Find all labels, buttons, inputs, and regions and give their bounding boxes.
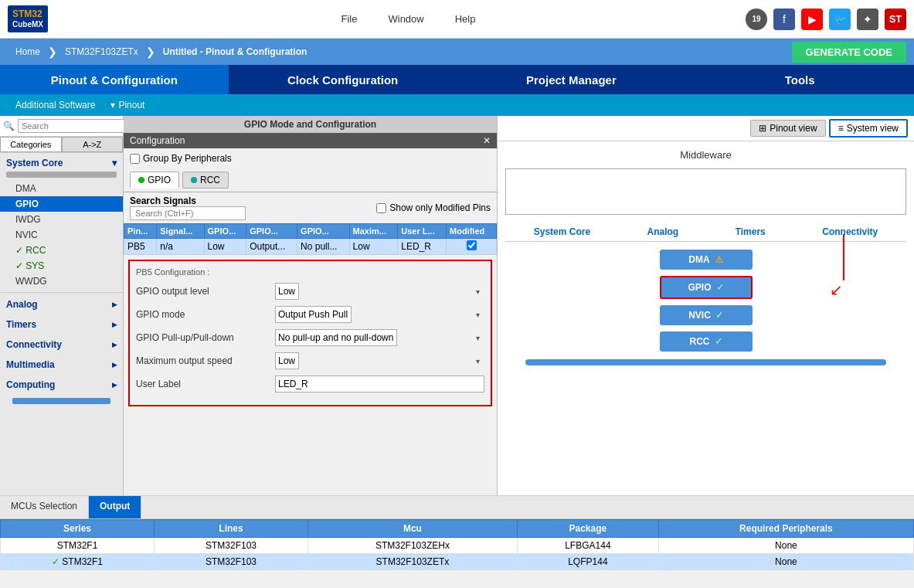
pullup-select[interactable]: No pull-up and no pull-down (275, 329, 397, 346)
divider1 (0, 292, 123, 293)
tab-output[interactable]: Output (89, 496, 141, 518)
col-gpio3[interactable]: GPIO... (297, 224, 349, 239)
tab-mcus-selection[interactable]: MCUs Selection (0, 496, 89, 518)
cell-peripherals-2: None (658, 554, 913, 570)
arrow-tip-icon: ↙ (830, 280, 843, 299)
cell-mcu-2: STM32F103ZETx (307, 554, 517, 570)
sidebar-item-rcc[interactable]: ✓ RCC (0, 243, 123, 258)
menu-help[interactable]: Help (455, 13, 476, 25)
col-gpio2[interactable]: GPIO... (246, 224, 297, 239)
bottom-table-area: Series Lines Mcu Package Required Periph… (0, 518, 914, 588)
sidebar-item-gpio[interactable]: GPIO (0, 196, 123, 212)
cell-series-1: STM32F1 (1, 538, 155, 554)
network-icon[interactable]: ✦ (857, 8, 878, 30)
search-icon: 🔍 (3, 121, 15, 131)
generate-code-button[interactable]: GENERATE CODE (792, 42, 906, 63)
tab-clock[interactable]: Clock Configuration (229, 65, 457, 94)
sidebar-item-wwdg[interactable]: WWDG (0, 274, 123, 289)
main-tabs: Pinout & Configuration Clock Configurati… (0, 65, 914, 94)
pb5-config-panel: PB5 Configuration : GPIO output level Lo… (128, 260, 492, 406)
middleware-label: Middleware (505, 149, 906, 161)
st-icon[interactable]: ST (885, 8, 906, 30)
menu-window[interactable]: Window (388, 13, 423, 25)
menu-file[interactable]: File (341, 13, 358, 25)
twitter-icon[interactable]: 🐦 (829, 8, 851, 30)
facebook-icon[interactable]: f (773, 8, 795, 30)
categories-button[interactable]: Categories (0, 137, 62, 152)
config-label-gpio-mode: GPIO mode (136, 309, 275, 320)
cell-max: Low (349, 239, 398, 255)
sidebar-item-nvic[interactable]: NVIC (0, 227, 123, 243)
bottom-col-series[interactable]: Series (1, 520, 155, 538)
show-modified-checkbox[interactable] (376, 203, 386, 213)
col-modified[interactable]: Modified (447, 224, 497, 239)
gpio-mode-select[interactable]: Output Push Pull (275, 306, 352, 323)
cell-modified (447, 239, 497, 255)
search-input[interactable] (18, 119, 132, 133)
table-row[interactable]: PB5 n/a Low Output... No pull... Low LED… (124, 239, 497, 255)
user-label-input[interactable] (275, 376, 484, 393)
col-userlabel[interactable]: User L... (398, 224, 447, 239)
tab-tools[interactable]: Tools (685, 65, 914, 94)
system-view-tab[interactable]: ≡ System view (829, 119, 908, 138)
config-row-pullup: GPIO Pull-up/Pull-down No pull-up and no… (136, 329, 484, 346)
sub-tabs: Additional Software ▾ Pinout (0, 94, 914, 116)
az-button[interactable]: A->Z (62, 137, 124, 152)
bottom-col-mcu[interactable]: Mcu (307, 520, 517, 538)
sys-cat-analog[interactable]: Analog (647, 226, 679, 237)
pinout-view-tab[interactable]: ⊞ Pinout view (750, 120, 825, 137)
rcc-tab-button[interactable]: RCC (182, 172, 229, 189)
gpio-tab-button[interactable]: GPIO (130, 172, 179, 189)
cell-peripherals-1: None (658, 538, 913, 554)
rcc-button[interactable]: RCC ✓ (660, 331, 753, 352)
sidebar-section-connectivity: Connectivity ▸ (0, 335, 123, 355)
col-max[interactable]: Maxim... (349, 224, 398, 239)
sidebar-header-analog[interactable]: Analog ▸ (0, 296, 123, 313)
bottom-col-peripherals[interactable]: Required Peripherals (658, 520, 913, 538)
group-by-checkbox[interactable] (130, 154, 140, 164)
tab-project[interactable]: Project Manager (457, 65, 686, 94)
sidebar-header-computing[interactable]: Computing ▸ (0, 376, 123, 393)
scroll-up-indicator (6, 172, 117, 178)
close-icon[interactable]: ✕ (483, 135, 491, 146)
col-gpio1[interactable]: GPIO... (204, 224, 246, 239)
bottom-col-package[interactable]: Package (517, 520, 658, 538)
table-row[interactable]: STM32F1 STM32F103 STM32F103ZEHx LFBGA144… (1, 538, 914, 554)
breadcrumb-device[interactable]: STM32F103ZETx (57, 46, 146, 57)
breadcrumb-project[interactable]: Untitled - Pinout & Configuration (155, 46, 315, 57)
tab-pinout[interactable]: Pinout & Configuration (0, 65, 229, 94)
bottom-col-lines[interactable]: Lines (154, 520, 307, 538)
youtube-icon[interactable]: ▶ (801, 8, 823, 30)
sys-cat-system-core[interactable]: System Core (534, 226, 590, 237)
max-speed-select[interactable]: Low (275, 352, 299, 369)
output-level-select[interactable]: Low (275, 283, 299, 300)
gpio-button[interactable]: GPIO ✓ (660, 276, 753, 299)
search-bar: 🔍 ▾ (0, 116, 123, 137)
sys-cat-timers[interactable]: Timers (736, 226, 766, 237)
check-icon: ✓ (52, 556, 59, 567)
sidebar-item-dma[interactable]: DMA (0, 181, 123, 196)
sidebar-header-timers[interactable]: Timers ▸ (0, 316, 123, 333)
col-pin[interactable]: Pin... (124, 224, 157, 239)
sidebar-item-sys[interactable]: ✓ SYS (0, 258, 123, 274)
group-by-peripherals-label[interactable]: Group By Peripherals (130, 153, 232, 164)
sidebar-header-connectivity[interactable]: Connectivity ▸ (0, 336, 123, 353)
sidebar-section-system-core: System Core ▾ DMA GPIO IWDG NVIC ✓ RCC ✓… (0, 153, 123, 291)
sidebar-header-multimedia[interactable]: Multimedia ▸ (0, 356, 123, 373)
dma-button[interactable]: DMA ⚠ (660, 250, 753, 270)
sys-buttons-container: ↙ DMA ⚠ GPIO ✓ NVIC ✓ RC (505, 242, 906, 352)
signals-search-input[interactable] (130, 206, 246, 220)
col-signal[interactable]: Signal... (157, 224, 204, 239)
scroll-bar-container (505, 359, 906, 365)
scroll-bar[interactable] (525, 359, 886, 365)
show-modified-label[interactable]: Show only Modified Pins (376, 202, 491, 213)
sub-tab-additional[interactable]: Additional Software (15, 100, 95, 110)
modified-checkbox[interactable] (467, 240, 477, 250)
sidebar-item-iwdg[interactable]: IWDG (0, 212, 123, 227)
table-row[interactable]: ✓ STM32F1 STM32F103 STM32F103ZETx LQFP14… (1, 554, 914, 570)
sidebar-header-system-core[interactable]: System Core ▾ (0, 155, 123, 172)
breadcrumb-home[interactable]: Home (8, 46, 48, 57)
sub-tab-pinout[interactable]: ▾ Pinout (110, 100, 144, 110)
nvic-button[interactable]: NVIC ✓ (660, 305, 753, 325)
gpio-dot-icon (138, 177, 144, 183)
